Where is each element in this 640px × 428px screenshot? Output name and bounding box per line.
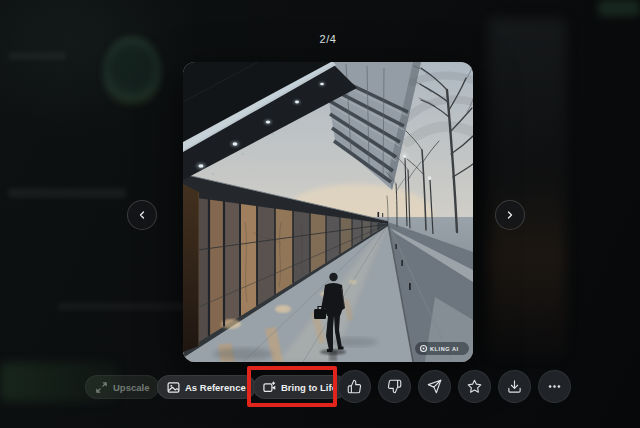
image-counter: 2/4 (183, 33, 473, 45)
generated-image: KLING AI (183, 62, 473, 362)
bring-to-life-label: Bring to Life (281, 382, 337, 393)
download-button[interactable] (498, 370, 531, 403)
chevron-right-icon (504, 209, 516, 221)
upscale-label: Upscale (113, 382, 149, 393)
dimmed-badge (598, 0, 640, 16)
lightbox-overlay: 2/4 (0, 0, 640, 428)
dislike-button[interactable] (378, 370, 411, 403)
dimmed-avatar (103, 36, 161, 108)
bring-to-life-button[interactable]: Bring to Life (253, 375, 347, 399)
chevron-left-icon (136, 209, 148, 221)
dimmed-background-glow (0, 0, 200, 140)
as-reference-button[interactable]: As Reference (157, 375, 256, 399)
upscale-icon (95, 381, 108, 394)
upscale-button[interactable]: Upscale (85, 375, 159, 399)
download-icon (507, 379, 522, 394)
prev-image-button[interactable] (127, 200, 157, 230)
share-button[interactable] (418, 370, 451, 403)
star-icon (467, 379, 482, 394)
ellipsis-icon (547, 379, 562, 394)
as-reference-label: As Reference (185, 382, 246, 393)
more-button[interactable] (538, 370, 571, 403)
dimmed-text-line (8, 188, 126, 198)
kling-watermark: KLING AI (415, 342, 469, 355)
favorite-button[interactable] (458, 370, 491, 403)
thumbs-up-icon (347, 379, 362, 394)
like-button[interactable] (338, 370, 371, 403)
dimmed-thumbnail (488, 18, 566, 358)
dimmed-text-line (8, 52, 66, 60)
svg-text:KLING AI: KLING AI (430, 346, 459, 352)
paper-plane-icon (427, 379, 442, 394)
image-to-video-icon (263, 381, 276, 394)
image-icon (167, 381, 180, 394)
thumbs-down-icon (387, 379, 402, 394)
next-image-button[interactable] (495, 200, 525, 230)
